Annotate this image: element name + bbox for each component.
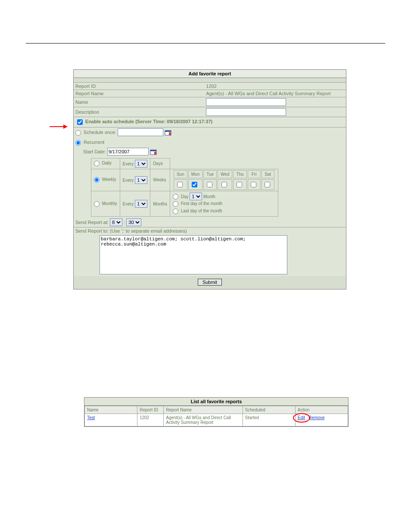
name-label: Name xyxy=(75,100,88,105)
every-label: Every xyxy=(123,202,134,206)
every-label: Every xyxy=(123,178,134,183)
col-report-name: Report Name xyxy=(164,406,243,414)
dow-thu: Thu xyxy=(233,170,246,178)
dow-mon: Mon xyxy=(188,170,202,178)
report-name-value: Agent(s) - All WGs and Direct Call Activ… xyxy=(206,91,330,96)
last-day-label: Last day of the month xyxy=(181,209,222,214)
description-label: Description xyxy=(75,109,99,115)
col-report-id: Report ID xyxy=(137,406,164,414)
report-name-label: Report Name xyxy=(75,91,103,96)
send-minute-select[interactable]: 30 xyxy=(126,218,141,226)
last-day-radio[interactable] xyxy=(173,208,178,214)
callout-arrow xyxy=(50,124,68,129)
dow-fri-checkbox[interactable] xyxy=(251,182,256,187)
edit-link[interactable]: Edit xyxy=(298,415,305,420)
weekly-every-select[interactable]: 1 xyxy=(135,176,147,184)
weeks-label: Weeks xyxy=(153,177,166,182)
every-label: Every xyxy=(123,162,134,166)
daily-label: Daily xyxy=(102,161,112,165)
dow-sun-checkbox[interactable] xyxy=(177,182,183,187)
daily-radio[interactable] xyxy=(94,161,100,166)
add-favorite-report-panel: Add favorite report Report ID 1202 Repor… xyxy=(73,69,346,289)
email-textarea[interactable]: barbara.taylor@altigen.com; scott.lion@a… xyxy=(100,235,287,274)
monthly-day-radio[interactable] xyxy=(173,194,178,199)
col-action: Action xyxy=(295,406,348,414)
row-scheduled: Started xyxy=(243,414,295,426)
remove-link[interactable]: Remove xyxy=(308,415,324,420)
first-day-label: First day of the month xyxy=(181,202,223,206)
monthly-day-select[interactable]: 1 xyxy=(190,193,202,200)
dow-sun: Sun xyxy=(174,170,187,178)
svg-rect-1 xyxy=(165,131,171,132)
enable-auto-schedule-label: Enable auto schedule (Server Time: 09/18… xyxy=(85,119,212,124)
schedule-once-date-input[interactable] xyxy=(118,128,163,136)
month-label: Month xyxy=(203,194,215,199)
svg-rect-5 xyxy=(154,152,156,155)
dow-mon-checkbox[interactable] xyxy=(192,182,197,187)
weekly-label: Weekly xyxy=(102,177,116,182)
svg-rect-2 xyxy=(169,132,171,135)
dow-thu-checkbox[interactable] xyxy=(237,182,242,187)
time-colon: : xyxy=(124,220,125,225)
daily-every-select[interactable]: 1 xyxy=(135,160,147,168)
submit-button[interactable]: Submit xyxy=(198,279,222,286)
report-id-label: Report ID xyxy=(75,84,96,89)
dow-tue: Tue xyxy=(203,170,217,178)
first-day-radio[interactable] xyxy=(173,201,178,207)
start-date-input[interactable] xyxy=(107,148,149,156)
dow-fri: Fri xyxy=(248,170,261,178)
schedule-once-radio[interactable] xyxy=(75,130,81,136)
description-input[interactable] xyxy=(206,108,286,116)
list-favorite-reports-panel: List all favorite reports Name Report ID… xyxy=(84,397,349,427)
dow-wed-checkbox[interactable] xyxy=(221,182,227,187)
dow-tue-checkbox[interactable] xyxy=(207,182,212,187)
monthly-every-select[interactable]: 1 xyxy=(135,200,147,208)
weekly-radio[interactable] xyxy=(94,177,100,183)
days-label: Days xyxy=(153,161,163,166)
enable-auto-schedule-checkbox[interactable] xyxy=(77,119,83,125)
recurrent-label: Recurrent xyxy=(84,140,104,145)
send-report-at-label: Send Report at: xyxy=(75,220,109,225)
send-hour-select[interactable]: 8 xyxy=(110,218,122,226)
months-label: Months xyxy=(153,202,167,206)
dow-wed: Wed xyxy=(218,170,232,178)
schedule-once-label: Schedule once: xyxy=(84,130,116,135)
svg-rect-4 xyxy=(150,150,156,151)
list-panel-title: List all favorite reports xyxy=(84,398,348,406)
col-name: Name xyxy=(85,406,137,414)
row-report-id: 1202 xyxy=(137,414,164,426)
add-panel-title: Add favorite report xyxy=(74,70,346,78)
table-row: Test 1202 Agent(s) - All WGs and Direct … xyxy=(85,414,348,426)
name-input[interactable] xyxy=(206,98,286,106)
dow-sat: Sat xyxy=(262,170,274,178)
monthly-day-label: Day xyxy=(181,194,189,199)
monthly-label: Monthly xyxy=(102,201,117,206)
row-name-link[interactable]: Test xyxy=(87,415,95,420)
start-date-label: Start Date: xyxy=(83,149,106,154)
send-report-to-label: Send Report to: (Use ';' to separate ema… xyxy=(75,228,187,233)
calendar-icon[interactable] xyxy=(165,130,171,136)
monthly-radio[interactable] xyxy=(94,201,100,207)
dow-sat-checkbox[interactable] xyxy=(265,182,270,187)
recurrent-radio[interactable] xyxy=(75,140,81,146)
report-id-value: 1202 xyxy=(206,84,216,89)
page-divider xyxy=(26,43,385,44)
col-scheduled: Scheduled xyxy=(243,406,295,414)
calendar-icon[interactable] xyxy=(150,149,157,155)
row-report-name: Agent(s) - All WGs and Direct Call Activ… xyxy=(164,414,243,426)
